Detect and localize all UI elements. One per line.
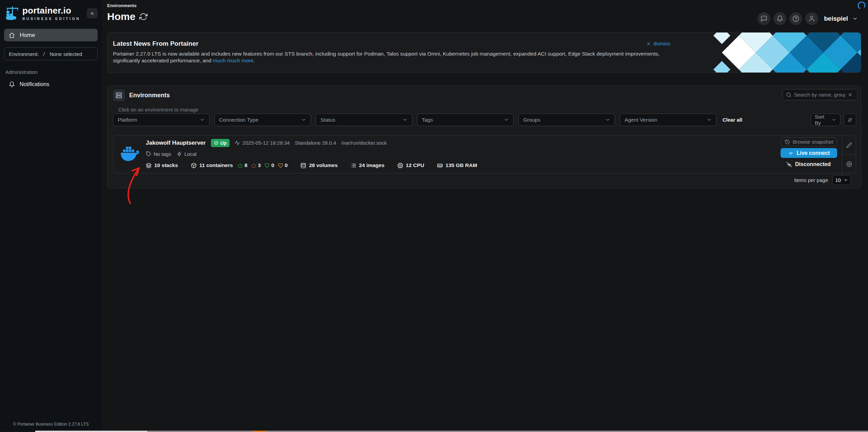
activity-icon xyxy=(235,140,240,146)
tag-icon xyxy=(146,151,151,157)
breadcrumb[interactable]: Environments xyxy=(107,3,137,8)
stat-stacks[interactable]: 10 stacks xyxy=(146,162,178,168)
chat-assistant-button[interactable] xyxy=(757,12,770,25)
help-button[interactable] xyxy=(789,12,802,25)
logo-title: portainer.io xyxy=(22,5,87,16)
chevron-down-icon xyxy=(200,117,205,122)
status-badge: Up xyxy=(211,139,230,147)
environment-name: Jakowolf Hauptserver xyxy=(146,140,206,146)
filter-groups[interactable]: Groups xyxy=(518,114,615,126)
environments-panel-icon xyxy=(113,89,125,101)
connection-status: Disconnected xyxy=(782,160,835,169)
platform-version: Standalone 28.0.4 xyxy=(295,140,336,146)
page-title: Home xyxy=(107,11,135,22)
zap-icon xyxy=(177,151,182,157)
stat-stopped: 3 xyxy=(251,162,261,168)
scrollbar-marker xyxy=(253,431,266,432)
chevron-down-icon xyxy=(504,117,509,122)
horizontal-scrollbar xyxy=(0,431,868,432)
bell-icon xyxy=(9,81,15,87)
items-per-page-select[interactable]: 10 xyxy=(832,175,851,185)
scrollbar-thumb[interactable] xyxy=(35,431,868,432)
docker-socket-path: /var/run/docker.sock xyxy=(341,140,387,146)
much-much-more-link[interactable]: much much more xyxy=(213,58,254,63)
stat-running: 8 xyxy=(238,162,248,168)
pagination-controls: Items per page 10 xyxy=(794,175,851,185)
search-box[interactable] xyxy=(782,89,857,100)
filter-platform[interactable]: Platform xyxy=(113,114,210,126)
red-annotation-arrow xyxy=(124,163,146,205)
edit-environment-button[interactable] xyxy=(842,136,856,155)
main-content: Environments Home beispiel Latest News F… xyxy=(102,0,868,432)
sidebar-item-home[interactable]: Home xyxy=(4,29,98,41)
connection-type: Local xyxy=(177,151,197,157)
environment-row-actions xyxy=(842,136,856,173)
news-banner-title: Latest News From Portainer xyxy=(113,40,198,47)
chevron-down-icon[interactable] xyxy=(852,16,858,21)
bell-icon xyxy=(776,15,783,22)
stat-images[interactable]: 24 images xyxy=(351,162,384,168)
docker-icon xyxy=(119,144,141,163)
search-input[interactable] xyxy=(794,92,845,98)
chevron-down-icon xyxy=(707,117,712,122)
environment-row[interactable]: Jakowolf Hauptserver Up 2025-05-12 18:28… xyxy=(113,135,856,173)
filter-row: Platform Connection Type Status Tags Gro… xyxy=(113,114,856,126)
help-circle-icon xyxy=(792,15,799,22)
stat-ram: 135 GB RAM xyxy=(437,162,477,168)
dismiss-button[interactable]: dismiss xyxy=(646,41,670,46)
refresh-icon[interactable] xyxy=(139,13,147,21)
notifications-button[interactable] xyxy=(773,12,786,25)
gear-icon xyxy=(846,161,852,167)
sort-direction-button[interactable] xyxy=(844,114,856,126)
cpu-icon xyxy=(397,163,403,168)
header-actions: beispiel xyxy=(757,12,858,25)
memory-icon xyxy=(437,163,443,168)
filter-status[interactable]: Status xyxy=(316,114,412,126)
search-icon xyxy=(786,92,791,98)
chevron-down-icon xyxy=(844,178,848,182)
filter-agent-version[interactable]: Agent Version xyxy=(620,114,716,126)
clear-all-button[interactable]: Clear all xyxy=(723,117,742,123)
sidebar-item-notifications[interactable]: Notifications xyxy=(4,78,98,90)
sidebar-home-label: Home xyxy=(20,32,35,39)
environment-label: Environment: xyxy=(9,51,39,57)
layers-icon xyxy=(146,163,152,168)
wifi-off-icon xyxy=(786,162,792,167)
sort-arrows-icon xyxy=(847,117,853,123)
scrollbar-highlight xyxy=(35,431,147,432)
environments-panel-title: Environments xyxy=(129,92,170,99)
news-banner-body: Portainer 2.27.0 LTS is now available an… xyxy=(113,50,683,64)
portainer-logo-icon xyxy=(5,6,20,21)
chat-robot-icon xyxy=(761,15,767,22)
loading-spinner xyxy=(857,1,866,10)
environments-panel: Environments Click on an environment to … xyxy=(107,85,861,188)
environment-selector[interactable]: Environment: None selected xyxy=(4,47,98,60)
user-avatar-button[interactable] xyxy=(805,12,818,25)
check-circle-icon xyxy=(214,141,218,145)
filter-tags[interactable]: Tags xyxy=(417,114,514,126)
browse-snapshot-button[interactable]: Browse snapshot xyxy=(781,137,837,146)
chevron-down-icon xyxy=(831,117,836,122)
home-icon xyxy=(9,32,15,38)
chevron-down-icon xyxy=(402,117,408,122)
power-on-icon xyxy=(238,163,243,168)
news-banner: Latest News From Portainer dismiss Porta… xyxy=(107,32,861,73)
sidebar: portainer.io BUSINESS EDITION « Home Env… xyxy=(0,0,102,432)
user-name[interactable]: beispiel xyxy=(824,15,848,22)
heart-icon xyxy=(278,163,283,168)
dismiss-label: dismiss xyxy=(653,41,670,46)
panel-hint: Click on an environment to manage xyxy=(118,107,198,112)
stat-volumes[interactable]: 28 volumes xyxy=(300,162,337,168)
sort-by-select[interactable]: Sort By xyxy=(811,114,841,126)
user-icon xyxy=(808,15,815,22)
filter-connection-type[interactable]: Connection Type xyxy=(214,114,311,126)
environment-settings-button[interactable] xyxy=(842,155,856,173)
pencil-icon xyxy=(846,142,852,148)
live-connect-button[interactable]: Live connect xyxy=(781,148,837,158)
chevron-down-icon xyxy=(605,117,610,122)
box-icon xyxy=(191,163,197,168)
clear-search-icon[interactable] xyxy=(848,92,853,97)
heart-icon xyxy=(264,163,270,168)
sidebar-collapse-button[interactable]: « xyxy=(87,8,98,18)
stat-containers[interactable]: 11 containers xyxy=(191,162,233,168)
